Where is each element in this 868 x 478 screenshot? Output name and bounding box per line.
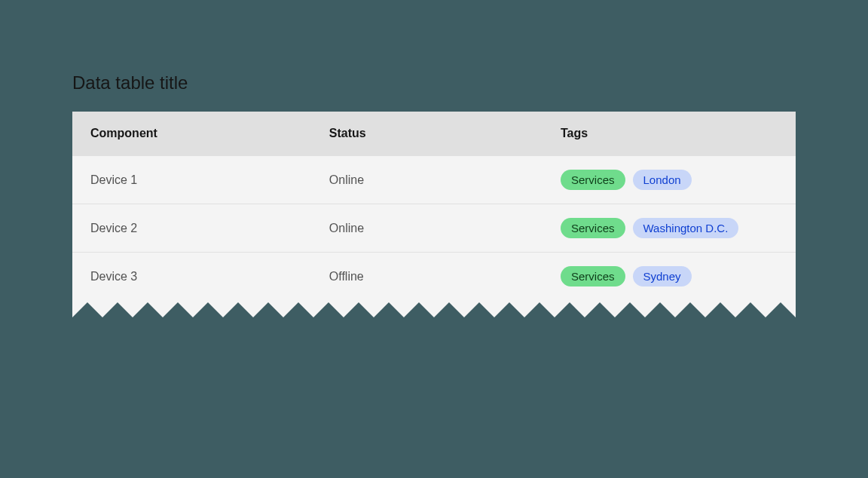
cell-status: Offline — [311, 253, 542, 301]
cell-tags: Services Sydney — [542, 253, 796, 301]
table-row[interactable]: Device 3 Offline Services Sydney — [72, 253, 796, 301]
cell-component: Device 3 — [72, 253, 311, 301]
cell-component: Device 2 — [72, 204, 311, 253]
cell-status: Online — [311, 204, 542, 253]
table-row[interactable]: Device 1 Online Services London — [72, 156, 796, 204]
tag[interactable]: Sydney — [633, 266, 692, 286]
column-header-tags[interactable]: Tags — [542, 112, 796, 156]
column-header-status[interactable]: Status — [311, 112, 542, 156]
table-header-row: Component Status Tags — [72, 112, 796, 156]
table-row[interactable]: Device 2 Online Services Washington D.C. — [72, 204, 796, 253]
data-table-wrapper: Component Status Tags Device 1 Online Se… — [72, 112, 796, 321]
svg-marker-0 — [72, 302, 796, 322]
cell-tags: Services Washington D.C. — [542, 204, 796, 253]
tag[interactable]: London — [633, 170, 692, 190]
tag[interactable]: Services — [561, 170, 625, 190]
tag[interactable]: Services — [561, 266, 625, 286]
example-stage: Data table title Component Status Tags D… — [72, 72, 796, 321]
cell-component: Device 1 — [72, 156, 311, 204]
tag[interactable]: Services — [561, 218, 625, 238]
column-header-component[interactable]: Component — [72, 112, 311, 156]
cell-status: Online — [311, 156, 542, 204]
tag[interactable]: Washington D.C. — [633, 218, 739, 238]
cell-tags: Services London — [542, 156, 796, 204]
table-title: Data table title — [72, 72, 796, 93]
data-table: Component Status Tags Device 1 Online Se… — [72, 112, 796, 300]
